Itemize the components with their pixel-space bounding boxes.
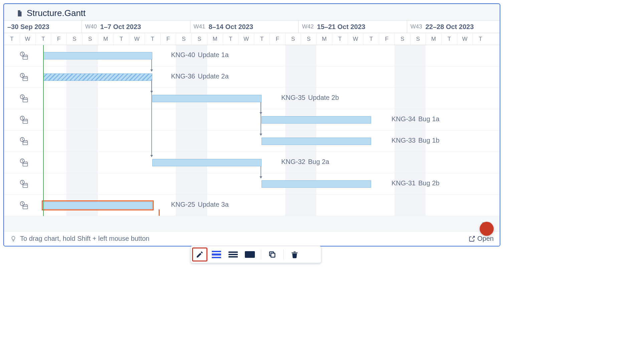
day-header-cell: F bbox=[270, 33, 285, 45]
toolbar-separator bbox=[283, 249, 284, 250]
task-bar[interactable] bbox=[43, 52, 152, 59]
day-header-cell: S bbox=[82, 33, 98, 45]
day-header-cell: T bbox=[441, 33, 457, 45]
day-header-cell: S bbox=[301, 33, 316, 45]
week-header: W418–14 Oct 2023 bbox=[190, 20, 299, 33]
hint-left: To drag chart, hold Shift + left mouse b… bbox=[10, 235, 149, 242]
layout-full-button[interactable] bbox=[242, 247, 258, 250]
day-header-cell: F bbox=[160, 33, 176, 45]
day-header-cell: T bbox=[254, 33, 270, 45]
day-header-cell: S bbox=[394, 33, 410, 45]
task-label[interactable]: KNG-36Update 2a bbox=[171, 72, 229, 80]
external-link-icon bbox=[469, 235, 475, 242]
open-label: Open bbox=[477, 235, 494, 242]
day-header-cell: W bbox=[348, 33, 363, 45]
layout-default-button[interactable] bbox=[209, 247, 224, 250]
calendar-clock-icon bbox=[19, 137, 29, 146]
task-bar[interactable] bbox=[262, 116, 371, 124]
day-header-cell: W bbox=[457, 33, 473, 45]
calendar-clock-icon bbox=[19, 72, 29, 82]
day-header-cell: T bbox=[473, 33, 488, 45]
day-header-cell: M bbox=[426, 33, 441, 45]
calendar-clock-icon bbox=[19, 201, 29, 210]
day-header-cell: S bbox=[410, 33, 426, 45]
day-header-cell: W bbox=[238, 33, 254, 45]
task-label[interactable]: KNG-25Update 3a bbox=[171, 201, 229, 208]
hint-bar: To drag chart, hold Shift + left mouse b… bbox=[4, 231, 500, 246]
day-header-cell: F bbox=[51, 33, 66, 45]
gantt-rows: KNG-40Update 1aKNG-36Update 2aKNG-35Upda… bbox=[4, 45, 500, 216]
hint-text: To drag chart, hold Shift + left mouse b… bbox=[20, 235, 149, 242]
day-header-cell: S bbox=[191, 33, 207, 45]
task-row: KNG-32Bug 2a bbox=[4, 152, 500, 173]
layout-compact-button[interactable] bbox=[225, 247, 241, 250]
day-header-cell: S bbox=[176, 33, 191, 45]
floating-toolbar bbox=[190, 246, 321, 250]
day-header-cell: M bbox=[98, 33, 114, 45]
copy-button[interactable] bbox=[265, 247, 280, 250]
task-label[interactable]: KNG-33Bug 1b bbox=[391, 137, 440, 144]
week-header: W401–7 Oct 2023 bbox=[82, 20, 190, 33]
day-header-cell: F bbox=[379, 33, 394, 45]
calendar-clock-icon bbox=[19, 115, 29, 125]
task-row: KNG-31Bug 2b bbox=[4, 173, 500, 195]
open-button[interactable]: Open bbox=[469, 235, 494, 242]
panel-title-text: Structure.Gantt bbox=[27, 8, 86, 18]
day-header-cell: W bbox=[129, 33, 145, 45]
task-label[interactable]: KNG-35Update 2b bbox=[281, 94, 339, 102]
decorative-red-badge-icon bbox=[480, 222, 494, 236]
task-label[interactable]: KNG-40Update 1a bbox=[171, 51, 229, 59]
calendar-clock-icon bbox=[19, 51, 29, 60]
week-header: W4215–21 Oct 2023 bbox=[298, 20, 407, 33]
panel-title: Structure.Gantt bbox=[4, 4, 500, 20]
document-icon bbox=[16, 9, 23, 18]
calendar-clock-icon bbox=[19, 158, 29, 167]
week-header: W4322–28 Oct 2023 bbox=[407, 20, 500, 33]
task-row: KNG-36Update 2a bbox=[4, 66, 500, 88]
lightbulb-icon bbox=[10, 235, 17, 242]
gantt-body[interactable]: KNG-40Update 1aKNG-36Update 2aKNG-35Upda… bbox=[4, 45, 500, 216]
toolbar-separator bbox=[261, 249, 261, 250]
day-header-cell: W bbox=[20, 33, 35, 45]
day-header-cell: T bbox=[363, 33, 379, 45]
task-bar[interactable] bbox=[43, 73, 152, 81]
task-row: KNG-33Bug 1b bbox=[4, 131, 500, 152]
day-header-cell: M bbox=[316, 33, 332, 45]
task-row: KNG-35Update 2b bbox=[4, 88, 500, 109]
calendar-clock-icon bbox=[19, 179, 29, 189]
task-row: KNG-34Bug 1a bbox=[4, 109, 500, 131]
day-header-cell: M bbox=[207, 33, 223, 45]
day-header-cell: S bbox=[285, 33, 301, 45]
task-label[interactable]: KNG-34Bug 1a bbox=[391, 115, 440, 123]
calendar-clock-icon bbox=[19, 94, 29, 103]
task-bar[interactable] bbox=[262, 180, 371, 188]
task-label[interactable]: KNG-31Bug 2b bbox=[391, 179, 440, 187]
day-header-cell: T bbox=[145, 33, 160, 45]
task-bar[interactable] bbox=[152, 159, 262, 166]
day-header-cell: T bbox=[332, 33, 348, 45]
delete-button[interactable] bbox=[287, 247, 302, 250]
week-header: –30 Sep 2023 bbox=[4, 20, 82, 33]
timeline-days-header: TWTFSSMTWTFSSMTWTFSSMTWTFSSMTWT bbox=[4, 33, 500, 45]
task-row: KNG-25Update 3a bbox=[4, 195, 500, 216]
day-header-cell: T bbox=[113, 33, 129, 45]
timeline-weeks-header: –30 Sep 2023W401–7 Oct 2023W418–14 Oct 2… bbox=[4, 20, 500, 33]
task-bar[interactable] bbox=[262, 138, 371, 145]
task-row: KNG-40Update 1a bbox=[4, 45, 500, 66]
day-header-cell: T bbox=[4, 33, 20, 45]
task-label[interactable]: KNG-32Bug 2a bbox=[281, 158, 329, 166]
day-header-cell: T bbox=[223, 33, 238, 45]
day-header-cell: S bbox=[66, 33, 82, 45]
gantt-panel: Structure.Gantt –30 Sep 2023W401–7 Oct 2… bbox=[3, 3, 500, 246]
task-bar[interactable] bbox=[152, 95, 262, 102]
edit-button[interactable] bbox=[192, 247, 207, 250]
day-header-cell: T bbox=[35, 33, 51, 45]
task-bar[interactable] bbox=[43, 202, 152, 209]
